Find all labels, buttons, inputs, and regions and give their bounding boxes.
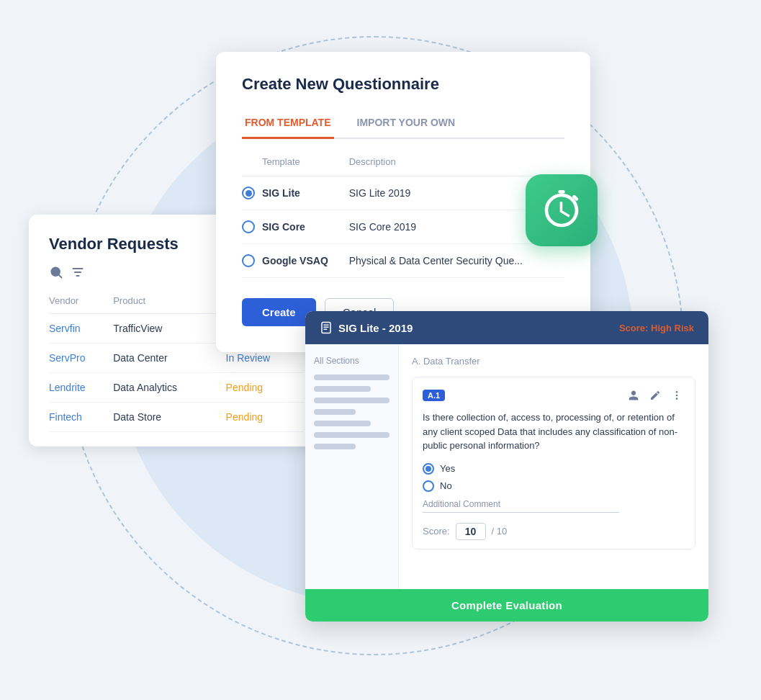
vendor-name[interactable]: ServPro (49, 344, 113, 373)
eval-title: SIG Lite - 2019 (338, 322, 413, 334)
answer-no[interactable]: No (423, 480, 685, 492)
template-row: SIG Core SIG Core 2019 (242, 210, 564, 244)
product-col-header: Product (113, 295, 225, 314)
description-col-header: Description (349, 156, 564, 176)
edit-icon[interactable] (647, 387, 663, 403)
radio-google-vsaq[interactable] (242, 254, 255, 267)
score-value: High Risk (651, 323, 694, 333)
template-description: Physical & Data Center Security Que... (349, 244, 564, 278)
complete-evaluation-button[interactable]: Complete Evaluation (305, 589, 708, 622)
document-icon (320, 321, 333, 334)
score-field-label: Score: (423, 526, 450, 537)
radio-no[interactable] (423, 480, 434, 492)
section-lines (314, 374, 389, 449)
section-line (314, 409, 356, 415)
vendor-col-header: Vendor (49, 295, 113, 314)
section-line (314, 432, 389, 438)
search-icon[interactable] (49, 265, 63, 282)
template-table: Template Description SIG Lite SIG Lite 2… (242, 156, 564, 278)
radio-sig-core[interactable] (242, 220, 255, 233)
timer-icon (526, 174, 598, 246)
eval-score-area: Score: High Risk (619, 323, 694, 333)
template-name: SIG Lite (262, 187, 300, 199)
vendor-name[interactable]: Servfin (49, 314, 113, 344)
svg-point-11 (676, 391, 678, 393)
eval-sidebar: All Sections (305, 344, 399, 589)
section-line (314, 421, 371, 426)
modal-tabs: FROM TEMPLATE IMPORT YOUR OWN (242, 111, 564, 139)
score-value[interactable]: 10 (456, 523, 486, 540)
question-badge: A.1 (423, 390, 445, 401)
more-icon[interactable] (669, 387, 685, 403)
status-badge: Pending (226, 373, 304, 403)
question-block: A.1 Is there collection of, access to, (412, 377, 695, 549)
yes-label: Yes (440, 463, 455, 474)
filter-icon[interactable] (71, 265, 85, 282)
vendor-name[interactable]: Lendrite (49, 373, 113, 403)
vendor-name[interactable]: Fintech (49, 403, 113, 432)
eval-main: A. Data Transfer A.1 (399, 344, 708, 589)
template-row: Google VSAQ Physical & Data Center Secur… (242, 244, 564, 278)
score-row: Score: 10 / 10 (423, 523, 685, 540)
score-label: Score: (619, 323, 648, 333)
template-row: SIG Lite SIG Lite 2019 (242, 176, 564, 210)
template-col-header: Template (242, 156, 349, 176)
tab-import-own[interactable]: IMPORT YOUR OWN (354, 111, 459, 139)
comment-label: Additional Comment (423, 499, 685, 509)
section-line (314, 444, 356, 449)
eval-footer: Complete Evaluation (305, 589, 708, 622)
eval-header-left: SIG Lite - 2019 (320, 321, 413, 334)
question-icons (626, 387, 685, 403)
product-name: TrafficView (113, 314, 225, 344)
template-name: Google VSAQ (262, 255, 328, 266)
no-label: No (440, 480, 452, 491)
modal-title: Create New Questionnaire (242, 75, 564, 94)
section-title: A. Data Transfer (412, 356, 695, 367)
sidebar-title: All Sections (314, 356, 389, 366)
svg-point-12 (676, 395, 678, 397)
comment-underline (423, 512, 619, 513)
section-line (314, 386, 371, 392)
product-name: Data Center (113, 344, 225, 373)
evaluation-card: SIG Lite - 2019 Score: High Risk All Sec… (305, 311, 708, 622)
template-name: SIG Core (262, 221, 305, 233)
user-icon[interactable] (626, 387, 641, 403)
question-text: Is there collection of, access to, proce… (423, 410, 685, 453)
table-row: Fintech Data Store Pending (49, 403, 304, 432)
svg-line-3 (59, 275, 62, 278)
tab-from-template[interactable]: FROM TEMPLATE (242, 111, 334, 139)
radio-sig-lite[interactable] (242, 187, 255, 199)
status-badge: Pending (226, 403, 304, 432)
score-max: / 10 (492, 526, 508, 537)
table-row: Lendrite Data Analytics Pending (49, 373, 304, 403)
section-line (314, 374, 389, 380)
question-header: A.1 (423, 387, 685, 403)
eval-header: SIG Lite - 2019 Score: High Risk (305, 311, 708, 344)
section-line (314, 398, 389, 403)
radio-yes[interactable] (423, 463, 434, 475)
product-name: Data Analytics (113, 373, 225, 403)
eval-body: All Sections A. Data Transfer A.1 (305, 344, 708, 589)
svg-rect-0 (558, 190, 564, 194)
answer-yes[interactable]: Yes (423, 463, 685, 475)
svg-point-13 (676, 398, 678, 400)
product-name: Data Store (113, 403, 225, 432)
